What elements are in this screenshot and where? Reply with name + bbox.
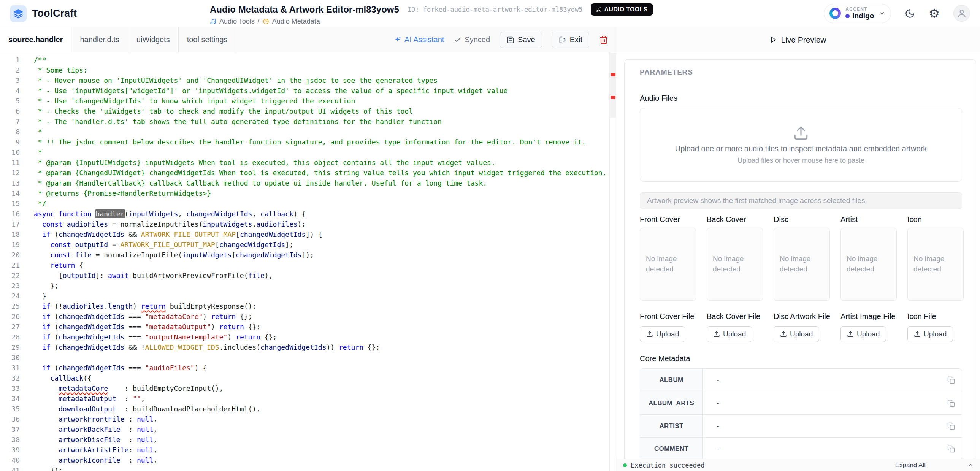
code-line[interactable]: 4 * - Use 'inputWidgets["widgetId"]' or … — [0, 86, 616, 96]
code-line[interactable]: 16async function handler(inputWidgets, c… — [0, 209, 616, 219]
save-button[interactable]: Save — [500, 32, 542, 48]
code-line[interactable]: 1/** — [0, 55, 616, 65]
code-line[interactable]: 26 if (changedWidgetIds === "metadataCor… — [0, 311, 616, 321]
code-text: * !! The jsdoc comment below describes t… — [27, 137, 586, 147]
code-line[interactable]: 9 * !! The jsdoc comment below describes… — [0, 137, 616, 147]
no-image-placeholder: No image detected — [846, 254, 891, 274]
code-line[interactable]: 25 if (!audioFiles.length) return buildE… — [0, 301, 616, 311]
code-line[interactable]: 3 * - Hover mouse on 'InputUIWidgets' an… — [0, 75, 616, 86]
collapse-status-button[interactable] — [967, 462, 974, 468]
upload-button-front-cover-file[interactable]: Upload — [640, 326, 686, 342]
code-line[interactable]: 8 * — [0, 127, 616, 137]
code-text: * - Use 'inputWidgets["widgetId"]' or 'i… — [27, 86, 508, 96]
code-line[interactable]: 11 * @param {InputUIWidgets} inputWidget… — [0, 158, 616, 168]
tab-tool-settings[interactable]: tool settings — [179, 27, 237, 52]
code-line[interactable]: 18 if (changedWidgetIds && ARTWORK_FILE_… — [0, 229, 616, 239]
artwork-labels-row: Front CoverBack CoverDiscArtistIcon — [640, 215, 962, 224]
code-line[interactable]: 34 metadataOutput : "", — [0, 393, 616, 404]
code-line[interactable]: 37 artworkBackFile : null, — [0, 424, 616, 434]
tabs: source.handlerhandler.d.tsuiWidgetstool … — [0, 27, 236, 52]
no-image-placeholder: No image detected — [713, 254, 757, 274]
toolcraft-logo-icon — [10, 5, 27, 22]
upload-button-disc-artwork-file[interactable]: Upload — [773, 326, 819, 342]
no-image-placeholder: No image detected — [646, 254, 690, 274]
delete-button[interactable] — [599, 35, 608, 45]
line-number: 24 — [0, 291, 27, 301]
code-line[interactable]: 10 * — [0, 147, 616, 158]
tab-source-handler[interactable]: source.handler — [0, 27, 72, 52]
ai-assistant-button[interactable]: AI Assistant — [394, 35, 444, 44]
accent-selector[interactable]: ACCENT Indigo — [824, 4, 891, 24]
code-text: artworkBackFile : null, — [27, 424, 158, 434]
code-line[interactable]: 7 * - The 'handler.d.ts' tab shows the f… — [0, 116, 616, 127]
code-line[interactable]: 17 const audioFiles = normalizeInputFile… — [0, 219, 616, 229]
page-title: Audio Metadata & Artwork Editor-ml83yow5 — [210, 4, 399, 15]
user-icon — [957, 8, 967, 18]
sparkle-icon — [394, 36, 401, 44]
code-line[interactable]: 41 }); — [0, 465, 616, 471]
copy-button[interactable] — [947, 376, 955, 384]
code-editor[interactable]: 1/**2 * Some tips:3 * - Hover mouse on '… — [0, 53, 616, 471]
line-number: 4 — [0, 86, 27, 96]
code-line[interactable]: 29 if (changedWidgetIds && !ALLOWED_WIDG… — [0, 342, 616, 352]
code-line[interactable]: 39 artworkArtistFile: null, — [0, 445, 616, 455]
code-line[interactable]: 14 * @returns {Promise<HandlerReturnWidg… — [0, 188, 616, 199]
check-icon — [454, 36, 461, 44]
code-line[interactable]: 40 artworkIconFile : null, — [0, 455, 616, 465]
avatar[interactable] — [953, 5, 970, 22]
code-text: artworkArtistFile: null, — [27, 445, 158, 455]
code-line[interactable]: 27 if (changedWidgetIds === "metadataOut… — [0, 321, 616, 332]
editor-scrollbar[interactable] — [609, 53, 616, 471]
line-number: 13 — [0, 178, 27, 188]
code-line[interactable]: 19 const outputId = ARTWORK_FILE_OUTPUT_… — [0, 239, 616, 250]
line-number: 7 — [0, 116, 27, 127]
metadata-value: - — [703, 399, 947, 407]
code-text: if (changedWidgetIds === "outputNameTemp… — [27, 332, 277, 342]
dropzone-hint: Upload files or hover mouse here to past… — [737, 157, 864, 165]
code-line[interactable]: 12 * @param {ChangedUIWidget} changedWid… — [0, 168, 616, 178]
code-line[interactable]: 33 metadataCore : buildEmptyCoreInput(), — [0, 383, 616, 393]
copy-button[interactable] — [947, 422, 955, 430]
code-line[interactable]: 13 * @param {HandlerCallback} callback C… — [0, 178, 616, 188]
code-text: if (changedWidgetIds === "metadataOutput… — [27, 321, 260, 332]
code-text: return { — [27, 260, 83, 270]
trash-icon — [599, 35, 608, 45]
upload-button-icon-file[interactable]: Upload — [907, 326, 953, 342]
breadcrumb-tool[interactable]: Audio Tools — [220, 18, 255, 25]
line-number: 32 — [0, 373, 27, 383]
code-line[interactable]: 20 const file = normalizeInputFile(input… — [0, 250, 616, 260]
settings-button[interactable]: ⚙ — [929, 7, 940, 19]
copy-button[interactable] — [947, 399, 955, 407]
code-line[interactable]: 6 * - Checks the 'uiWidgets' tab to chec… — [0, 106, 616, 116]
code-line[interactable]: 38 artworkDiscFile : null, — [0, 434, 616, 445]
code-line[interactable]: 35 downloadOutput : buildDownloadPlaceho… — [0, 404, 616, 414]
tab-uiwidgets[interactable]: uiWidgets — [128, 27, 179, 52]
line-number: 34 — [0, 393, 27, 404]
code-line[interactable]: 24 } — [0, 291, 616, 301]
upload-button-artist-image-file[interactable]: Upload — [840, 326, 886, 342]
code-line[interactable]: 21 return { — [0, 260, 616, 270]
code-line[interactable]: 22 [outputId]: await buildArtworkPreview… — [0, 270, 616, 280]
code-line[interactable]: 23 }; — [0, 280, 616, 291]
code-text: */ — [27, 199, 46, 209]
audio-files-dropzone[interactable]: Upload one or more audio files to inspec… — [640, 108, 962, 182]
code-line[interactable]: 28 if (changedWidgetIds === "outputNameT… — [0, 332, 616, 342]
upload-icon — [780, 331, 787, 337]
copy-button[interactable] — [947, 445, 955, 453]
upload-button-back-cover-file[interactable]: Upload — [707, 326, 752, 342]
tab-handler-d-ts[interactable]: handler.d.ts — [72, 27, 128, 52]
code-line[interactable]: 2 * Some tips: — [0, 65, 616, 75]
dark-mode-toggle[interactable] — [905, 8, 915, 19]
code-line[interactable]: 15 */ — [0, 199, 616, 209]
expand-all-link[interactable]: Expand All — [895, 461, 926, 469]
code-line[interactable]: 5 * - Use 'changedWidgetIds' to know whi… — [0, 96, 616, 106]
code-line[interactable]: 36 artworkFrontFile : null, — [0, 414, 616, 424]
code-line[interactable]: 30 — [0, 352, 616, 363]
code-text: * @returns {Promise<HandlerReturnWidgets… — [27, 188, 211, 199]
breadcrumb-page[interactable]: Audio Metadata — [272, 18, 320, 25]
code-line[interactable]: 31 if (changedWidgetIds === "audioFiles"… — [0, 363, 616, 373]
scrollbar-thumb[interactable] — [610, 53, 616, 118]
error-marker — [611, 96, 616, 99]
exit-button[interactable]: Exit — [552, 32, 589, 48]
code-line[interactable]: 32 callback({ — [0, 373, 616, 383]
